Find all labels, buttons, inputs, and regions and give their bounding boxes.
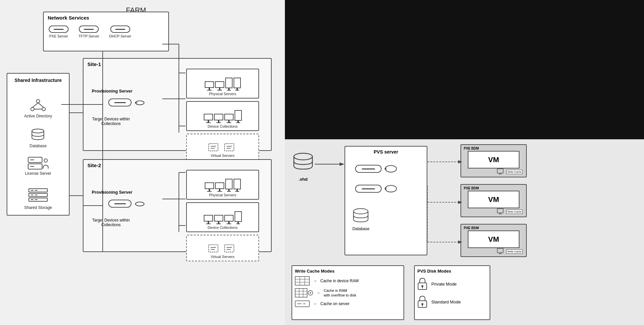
site2-virtual-servers-label: Virtual Servers (211, 255, 235, 259)
private-mode-item: Private Mode (417, 278, 487, 290)
col-monitor3 (224, 114, 234, 123)
cache-item3: → Cache on server (295, 300, 401, 307)
pxe-server-item: PXE Server (49, 26, 69, 38)
database-icon (31, 128, 46, 142)
pvs-server-box: PVS server (345, 146, 427, 255)
vm2-container: PXE BDM VM Write Cache (460, 184, 527, 217)
site2-collection-monitors (204, 211, 242, 224)
svg-marker-59 (340, 162, 345, 166)
site2-device-collections: Device Collections (186, 202, 259, 232)
site2-provisioning-label: Provisioning Server (92, 190, 133, 195)
write-cache-modes-title: Write Cache Modes (295, 269, 401, 274)
private-mode-lock-icon (417, 278, 427, 290)
vm1-container: PXE BDM VM Write Cache (460, 144, 527, 177)
site2-physical-servers-label: Physical Servers (209, 193, 236, 197)
svg-rect-71 (497, 248, 503, 253)
svg-point-11 (44, 159, 47, 162)
shared-infra-title: Shared Infrastructure (12, 78, 65, 83)
site1-arrow-icon (135, 100, 145, 105)
shared-storage-icon (28, 188, 48, 204)
vm3-monitor-icon (497, 248, 505, 255)
pvs-chip1 (355, 165, 382, 173)
standard-mode-label: Standard Mode (431, 299, 461, 304)
site2-title: Site-2 (87, 162, 101, 168)
col-monitor1 (204, 114, 213, 123)
vm1-write-cache-label: Write Cache (506, 170, 523, 174)
site1-virtual-servers: Virtual Servers (186, 134, 259, 160)
site1-box: Site-1 Provisioning Server (83, 58, 272, 151)
site2-box: Site-2 Provisioning Server (83, 159, 272, 252)
s2-monitor3 (225, 179, 233, 192)
cache-item2: → Cache in RAMwith overflow to disk (295, 288, 401, 298)
vm1-monitor-cache: Write Cache (497, 168, 523, 175)
site1-virtual-icons (208, 140, 237, 152)
site2-prov-chip (108, 200, 132, 208)
monitor2 (215, 81, 224, 91)
svg-point-98 (421, 285, 423, 287)
pvs-db-label: Database (352, 227, 370, 231)
network-services-title: Network Services (48, 15, 89, 21)
cache-grid-disk-icon (295, 288, 313, 297)
site1-title: Site-1 (87, 61, 101, 67)
site2-arrow-icon (135, 202, 145, 207)
vm2-monitor-icon (497, 208, 505, 215)
license-server-label: License Server (25, 171, 51, 176)
standard-mode-lock-icon (417, 295, 427, 308)
license-server-item: License Server (25, 157, 51, 176)
active-directory-label: Active Directory (24, 114, 52, 118)
svg-point-101 (421, 303, 423, 305)
active-directory-item: Active Directory (24, 98, 52, 118)
site1-arrow (135, 100, 145, 107)
vm3-write-cache-label: Write Cache (506, 249, 523, 254)
database-item: Database (29, 128, 46, 148)
cache-server-icon (295, 300, 310, 307)
site2-virtual-servers: Virtual Servers (186, 235, 259, 261)
svg-rect-65 (497, 169, 503, 173)
monitor4 (234, 78, 241, 91)
svg-rect-35 (225, 245, 234, 252)
site1-physical-monitors (205, 78, 241, 91)
tftp-server-chip (79, 26, 99, 33)
svg-point-62 (385, 185, 397, 192)
shared-infrastructure-box: Shared Infrastructure Active Directory D… (7, 73, 70, 216)
svg-line-3 (32, 103, 38, 107)
vm2-write-cache-label: Write Cache (506, 210, 523, 214)
site1-target-label: Target Devices withinCollections (89, 117, 133, 126)
site1-virtual-servers-label: Virtual Servers (211, 154, 235, 158)
vm3-monitor-cache: Write Cache (497, 248, 523, 255)
right-panel: .vhd PVS server (285, 0, 644, 325)
s2-col-monitor3 (224, 215, 234, 224)
vm1-monitor-icon (497, 168, 505, 175)
pvs-arrow2 (384, 185, 398, 193)
svg-rect-87 (295, 289, 307, 297)
site2-physical-servers: Physical Servers (186, 170, 259, 200)
svg-point-6 (32, 129, 44, 133)
pxe-server-label: PXE Server (49, 34, 68, 38)
pvs-server-title: PVS server (374, 149, 398, 155)
site1-collection-monitors (204, 110, 242, 123)
vhd-label: .vhd (292, 177, 315, 182)
svg-point-2 (42, 107, 45, 111)
pvs-arrow1 (384, 165, 398, 173)
s2-col-monitor2 (214, 215, 223, 224)
vm3-box: VM (468, 230, 519, 248)
monitor3 (225, 78, 233, 91)
s2-monitor4 (234, 179, 241, 192)
site2-target-label: Target Devices withinCollections (89, 218, 133, 227)
virtual-server-icon2 (224, 142, 237, 152)
vhd-arrow (315, 159, 345, 169)
svg-point-0 (36, 99, 40, 103)
s2-monitor2 (215, 182, 224, 192)
svg-rect-32 (209, 245, 218, 252)
vm2-box: VM (468, 191, 519, 208)
pxe-server-chip (49, 26, 69, 33)
cache-item1: → Cache in device RAM (295, 276, 401, 286)
svg-rect-27 (225, 144, 234, 151)
dhcp-server-item: DHCP Server (109, 26, 131, 38)
site1-device-collections-label: Device Collections (208, 124, 238, 128)
write-cache-modes-box: Write Cache Modes → Cache in device RAM (292, 265, 404, 320)
pvs-disk-modes-title: PVS Disk Modes (417, 269, 487, 274)
cache-item2-label: Cache in RAMwith overflow to disk (324, 288, 356, 298)
svg-rect-24 (209, 144, 218, 151)
vhd-container: .vhd (292, 153, 315, 182)
